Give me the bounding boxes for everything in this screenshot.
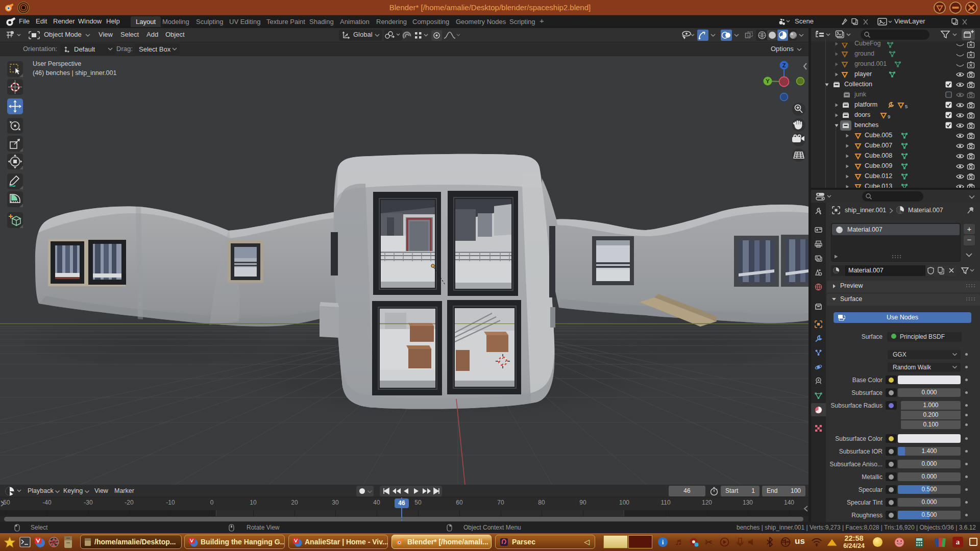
svg-text:Y: Y xyxy=(766,78,770,84)
svg-text:Z: Z xyxy=(782,62,786,68)
